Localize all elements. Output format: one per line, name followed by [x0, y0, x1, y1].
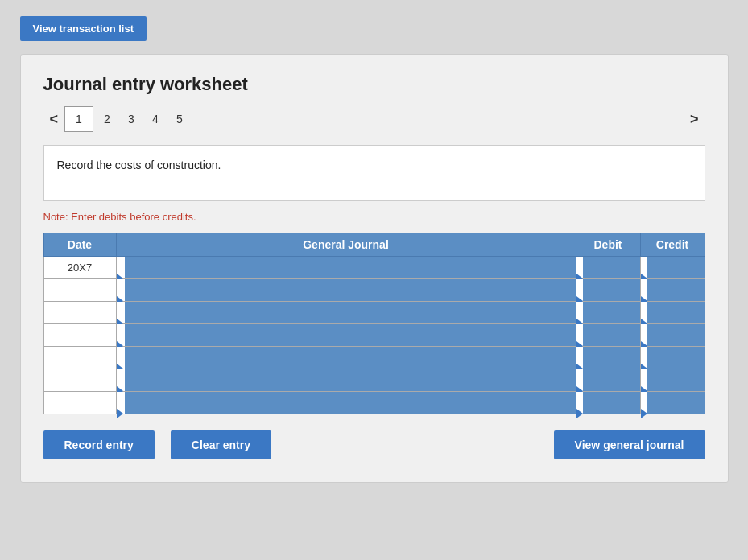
gj-cell-3[interactable] — [116, 302, 576, 324]
header-general-journal: General Journal — [116, 233, 576, 257]
debit-input-5[interactable] — [583, 347, 640, 369]
credit-input-7[interactable] — [647, 392, 705, 414]
debit-cell-3[interactable] — [576, 302, 640, 324]
debit-input-3[interactable] — [583, 302, 640, 323]
date-cell-6 — [43, 369, 116, 392]
gj-cell-2[interactable] — [116, 279, 576, 302]
gj-input-4[interactable] — [125, 324, 576, 346]
credit-input-3[interactable] — [647, 302, 705, 323]
gj-cell-6[interactable] — [116, 369, 576, 392]
gj-cell-7[interactable] — [116, 392, 576, 414]
row7-debit-arrow — [576, 409, 583, 418]
date-cell-2 — [43, 279, 116, 302]
page-4[interactable]: 4 — [143, 106, 167, 132]
table-row — [43, 369, 705, 392]
debit-cell-6[interactable] — [576, 369, 640, 392]
instruction-box: Record the costs of construction. — [43, 145, 705, 201]
gj-input-7[interactable] — [125, 392, 576, 414]
credit-cell-1[interactable] — [640, 257, 705, 279]
gj-input-1[interactable] — [125, 257, 576, 278]
page-3[interactable]: 3 — [119, 106, 143, 132]
next-page-button[interactable]: > — [684, 108, 705, 131]
row7-credit-arrow — [641, 409, 647, 418]
view-general-journal-button[interactable]: View general journal — [554, 430, 705, 459]
worksheet-container: Journal entry worksheet < 1 2 3 4 5 > Re… — [20, 54, 729, 483]
buttons-row: Record entry Clear entry View general jo… — [43, 430, 705, 459]
credit-input-4[interactable] — [647, 324, 705, 346]
table-row — [43, 302, 705, 324]
header-debit: Debit — [576, 233, 640, 257]
worksheet-title: Journal entry worksheet — [43, 74, 705, 95]
credit-cell-6[interactable] — [640, 369, 705, 392]
debit-cell-7[interactable] — [576, 392, 640, 414]
table-row — [43, 279, 705, 302]
table-row — [43, 392, 705, 414]
debit-cell-5[interactable] — [576, 347, 640, 369]
debit-cell-2[interactable] — [576, 279, 640, 302]
note-text: Note: Enter debits before credits. — [43, 211, 705, 223]
credit-cell-5[interactable] — [640, 347, 705, 369]
row7-gj-arrow — [117, 409, 123, 418]
debit-cell-1[interactable] — [576, 257, 640, 279]
gj-cell-5[interactable] — [116, 347, 576, 369]
debit-cell-4[interactable] — [576, 324, 640, 347]
gj-cell-1[interactable] — [116, 257, 576, 279]
date-cell-5 — [43, 347, 116, 369]
gj-input-2[interactable] — [125, 279, 576, 301]
date-cell-7 — [43, 392, 116, 414]
credit-input-1[interactable] — [647, 257, 705, 278]
gj-input-6[interactable] — [125, 369, 576, 391]
credit-cell-4[interactable] — [640, 324, 705, 347]
journal-table: Date General Journal Debit Credit 20X7 — [43, 233, 705, 414]
pagination: < 1 2 3 4 5 > — [43, 106, 705, 132]
credit-input-6[interactable] — [647, 369, 705, 391]
debit-input-2[interactable] — [583, 279, 640, 301]
gj-cell-4[interactable] — [116, 324, 576, 347]
credit-cell-7[interactable] — [640, 392, 705, 414]
debit-input-7[interactable] — [583, 392, 640, 414]
instruction-text: Record the costs of construction. — [57, 159, 221, 171]
gj-input-5[interactable] — [125, 347, 576, 369]
page-2[interactable]: 2 — [95, 106, 119, 132]
record-entry-button[interactable]: Record entry — [43, 430, 155, 459]
top-bar: View transaction list — [20, 16, 729, 41]
page-5[interactable]: 5 — [167, 106, 192, 132]
table-row: 20X7 — [43, 257, 705, 279]
table-row — [43, 324, 705, 347]
date-cell-3 — [43, 302, 116, 324]
date-cell-1: 20X7 — [43, 257, 116, 279]
gj-input-3[interactable] — [125, 302, 576, 323]
credit-cell-3[interactable] — [640, 302, 705, 324]
debit-input-6[interactable] — [583, 369, 640, 391]
credit-cell-2[interactable] — [640, 279, 705, 302]
page-1[interactable]: 1 — [64, 106, 93, 132]
date-cell-4 — [43, 324, 116, 347]
credit-input-2[interactable] — [647, 279, 705, 301]
prev-page-button[interactable]: < — [43, 108, 65, 131]
debit-input-1[interactable] — [583, 257, 640, 278]
view-transaction-button[interactable]: View transaction list — [20, 16, 147, 41]
table-row — [43, 347, 705, 369]
debit-input-4[interactable] — [583, 324, 640, 346]
header-date: Date — [43, 233, 116, 257]
credit-input-5[interactable] — [647, 347, 705, 369]
header-credit: Credit — [640, 233, 705, 257]
clear-entry-button[interactable]: Clear entry — [171, 430, 271, 459]
